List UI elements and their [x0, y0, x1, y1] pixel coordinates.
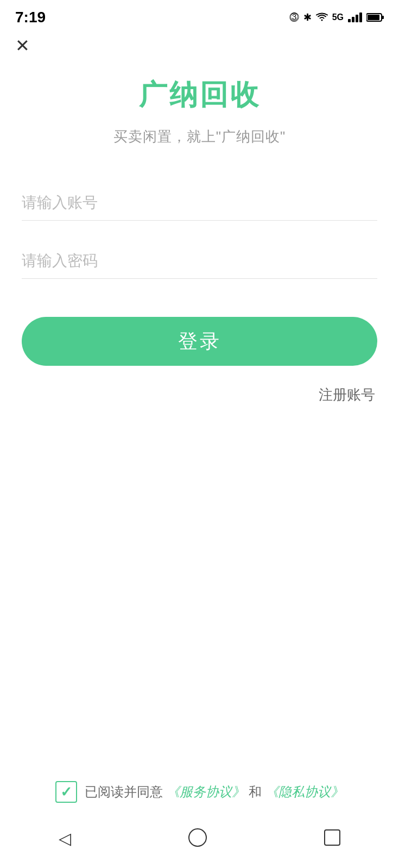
signal-bars-icon	[348, 13, 362, 22]
service-agreement-link[interactable]: 《服务协议》	[167, 784, 245, 799]
main-content: 广纳回收 买卖闲置，就上"广纳回收" 登录 注册账号	[0, 76, 399, 404]
nav-back-button[interactable]: ◁	[42, 823, 87, 853]
svg-rect-1	[382, 16, 384, 19]
password-input-group	[22, 242, 377, 279]
agreement-text: 已阅读并同意 《服务协议》 和 《隐私协议》	[85, 783, 343, 801]
agreement-section: ✓ 已阅读并同意 《服务协议》 和 《隐私协议》	[0, 781, 399, 803]
agreement-and: 和	[249, 784, 262, 799]
bluetooth-icon: ✱	[303, 11, 312, 23]
password-input[interactable]	[22, 242, 377, 279]
battery-icon	[366, 13, 384, 22]
agreement-prefix: 已阅读并同意	[85, 784, 163, 799]
wifi-icon	[316, 13, 328, 22]
home-icon	[188, 828, 207, 847]
nav-recent-button[interactable]	[308, 824, 357, 853]
privacy-agreement-link[interactable]: 《隐私协议》	[265, 784, 344, 799]
status-bar: 7:19 ⓷ ✱ 5G	[0, 0, 399, 33]
svg-rect-2	[368, 15, 379, 20]
account-input-group	[22, 184, 377, 221]
close-button[interactable]: ✕	[15, 37, 30, 54]
agreement-checkbox[interactable]: ✓	[55, 781, 77, 803]
status-icons: ⓷ ✱ 5G	[289, 11, 384, 23]
recent-apps-icon	[324, 829, 340, 846]
back-icon: ◁	[59, 829, 71, 847]
status-time: 7:19	[15, 9, 46, 26]
login-button[interactable]: 登录	[22, 317, 377, 366]
register-link[interactable]: 注册账号	[22, 385, 377, 404]
agreement-row: ✓ 已阅读并同意 《服务协议》 和 《隐私协议》	[55, 781, 343, 803]
nav-bar: ◁	[0, 814, 399, 868]
nav-home-button[interactable]	[172, 823, 223, 854]
app-subtitle: 买卖闲置，就上"广纳回收"	[22, 127, 377, 146]
account-input[interactable]	[22, 184, 377, 221]
nfc-icon: ⓷	[289, 12, 299, 23]
app-title: 广纳回收	[22, 76, 377, 114]
check-icon: ✓	[60, 785, 72, 799]
signal-5g: 5G	[332, 13, 344, 22]
